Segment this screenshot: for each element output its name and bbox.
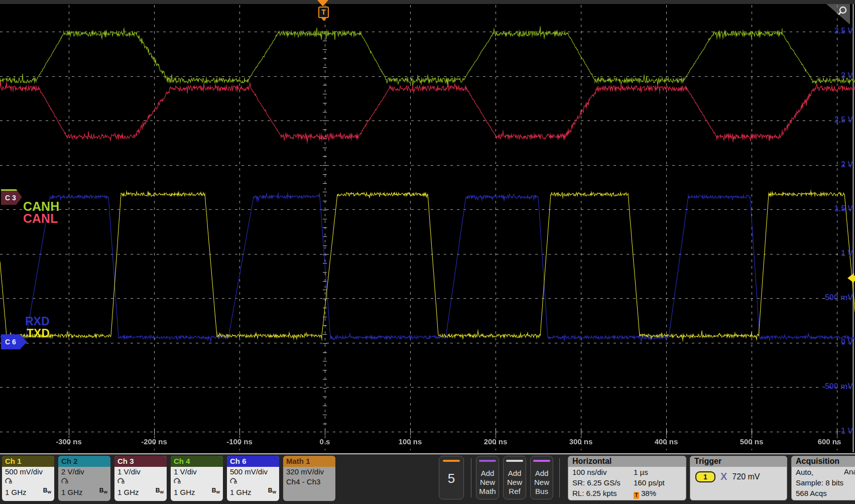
bandwidth-limit-icon: BW (99, 485, 107, 497)
trigger-position-marker-tip (321, 18, 326, 21)
time-axis-label: -300 ns (56, 437, 82, 446)
channel-bandwidth: 1 GHz (117, 487, 139, 497)
time-axis-label: 300 ns (569, 437, 593, 446)
trigger-position-mini-icon: T (634, 492, 639, 499)
channel-badge-title: Ch 4 (171, 456, 223, 467)
channel-badge-title: Ch 6 (227, 456, 279, 467)
button-label: Add New Bus (531, 469, 553, 496)
probe-icon (114, 477, 167, 485)
voltage-axis-label: 500 mV (825, 293, 853, 302)
trigger-position-triangle-icon[interactable] (317, 0, 328, 7)
bandwidth-limit-icon: BW (43, 485, 51, 497)
channel-badge-title: Ch 2 (58, 456, 110, 467)
time-axis-label: 200 ns (484, 437, 508, 446)
add-new-ref-button[interactable]: Add New Ref (503, 456, 526, 499)
trigger-panel-title: Trigger (690, 456, 787, 467)
time-axis-label: 500 ns (740, 437, 764, 446)
oscilloscope-screen: -300 ns-200 ns-100 ns0 s100 ns200 ns300 … (0, 0, 855, 504)
accent-bar (533, 460, 550, 462)
acquisition-panel[interactable]: Acquisition Auto, Ana Sample: 8 bits 568… (791, 456, 855, 500)
channel-badge-ch1[interactable]: Ch 1500 mV/div1 GHzBW (2, 456, 54, 501)
divider (559, 458, 560, 497)
channel-scale: 500 mV/div (227, 467, 279, 477)
trigger-slope-icon: X (720, 471, 727, 482)
voltage-axis-label: -500 mV (822, 382, 853, 391)
bandwidth-limit-icon: BW (212, 485, 220, 497)
acquisition-panel-title: Acquisition (792, 456, 855, 467)
horizontal-window: 1 µs (634, 467, 686, 477)
probe-icon (227, 477, 279, 485)
time-axis-label: -200 ns (141, 437, 167, 446)
horizontal-scale: 100 ns/div (572, 467, 634, 477)
bandwidth-limit-icon: BW (156, 485, 164, 497)
time-axis-label: 0 s (320, 437, 330, 446)
waveform-plot[interactable] (0, 0, 855, 453)
voltage-axis-label: 3.5 V (834, 27, 853, 36)
channel-scale: 1 V/div (171, 467, 223, 477)
trigger-source-chip: 1 (695, 471, 715, 482)
horizontal-panel[interactable]: Horizontal 100 ns/div 1 µs SR: 6.25 GS/s… (568, 456, 686, 500)
time-axis-label: -100 ns (226, 437, 253, 446)
voltage-axis-label: 2 V (841, 160, 853, 169)
horizontal-sample-rate: SR: 6.25 GS/s (572, 477, 634, 488)
channel-scale: 2 V/div (58, 467, 110, 477)
trigger-panel[interactable]: Trigger 1 X 720 mV (690, 456, 787, 500)
channel-badge-title: Ch 1 (2, 456, 54, 467)
channel-scale: 500 mV/div (2, 467, 54, 477)
channel-badge-title: Ch 3 (114, 456, 167, 467)
voltage-axis-label: 2.5 V (834, 115, 853, 124)
voltage-axis-label: 0 V (841, 338, 853, 347)
acquisition-cut-text: Ana (844, 467, 855, 476)
add-new-bus-button[interactable]: Add New Bus (530, 456, 553, 499)
channel-scale: 320 mV/div (283, 467, 335, 477)
rxd-trace-label: RXD (25, 315, 50, 328)
voltage-axis-label: 1 V (841, 249, 853, 258)
time-axis-labels: -300 ns-200 ns-100 ns0 s100 ns200 ns300 … (0, 437, 855, 447)
top-strip (0, 0, 855, 4)
add-new-math-button[interactable]: Add New Math (476, 456, 499, 499)
wave-count-button[interactable]: 5 (439, 456, 464, 499)
acquisition-count: 568 Acqs (792, 488, 855, 498)
horizontal-panel-title: Horizontal (568, 456, 686, 467)
horizontal-record-length: RL: 6.25 kpts (572, 488, 634, 499)
bandwidth-limit-icon: BW (268, 485, 276, 497)
trigger-position-marker[interactable]: T (318, 7, 329, 18)
wave-count-accent (443, 460, 460, 462)
horizontal-resolution: 160 ps/pt (634, 477, 686, 488)
channel-badge-math1[interactable]: Math 1320 mV/divCh4 - Ch3 (283, 456, 335, 501)
divider (471, 458, 471, 497)
accent-bar (506, 460, 523, 462)
probe-icon (171, 477, 223, 485)
trigger-level-value: 720 mV (732, 472, 760, 481)
button-label: Add New Math (476, 469, 499, 496)
button-label: Add New Ref (504, 469, 526, 496)
probe-icon (2, 477, 54, 485)
channel-badge-ch4[interactable]: Ch 41 V/div1 GHzBW (171, 456, 223, 501)
txd-trace-label: TXD (27, 327, 50, 340)
voltage-axis-labels: 3.5 V3 V2.5 V2 V1.5 V1 V500 mV0 V-500 mV… (810, 0, 855, 453)
channel-bandwidth: 1 GHz (61, 487, 83, 497)
time-axis-label: 400 ns (655, 437, 678, 446)
voltage-axis-label: 3 V (841, 71, 853, 80)
channel-scale: 1 V/div (114, 467, 167, 477)
voltage-axis-label: -1 V (838, 427, 853, 436)
horizontal-trigger-position: 38% (641, 489, 656, 497)
probe-icon (58, 477, 110, 485)
channel-badge-ch6[interactable]: Ch 6500 mV/div1 GHzBW (227, 456, 279, 501)
acquisition-sample: Sample: 8 bits (792, 477, 855, 488)
canl-trace-label: CANL (23, 211, 58, 226)
math-source: Ch4 - Ch3 (283, 477, 335, 487)
channel-badge-title: Math 1 (283, 456, 335, 467)
channel-bandwidth: 1 GHz (230, 487, 252, 497)
bottom-bar: Ch 1500 mV/div1 GHzBWCh 22 V/div1 GHzBWC… (0, 453, 855, 504)
channel-badge-ch2[interactable]: Ch 22 V/div1 GHzBW (58, 456, 110, 501)
time-axis-label: 100 ns (399, 437, 422, 446)
channel-badge-ch3[interactable]: Ch 31 V/div1 GHzBW (114, 456, 167, 501)
accent-bar (479, 460, 496, 462)
wave-count-value: 5 (439, 471, 463, 486)
voltage-axis-label: 1.5 V (834, 204, 853, 213)
channel-bandwidth: 1 GHz (5, 487, 27, 497)
channel-bandwidth: 1 GHz (174, 487, 195, 497)
